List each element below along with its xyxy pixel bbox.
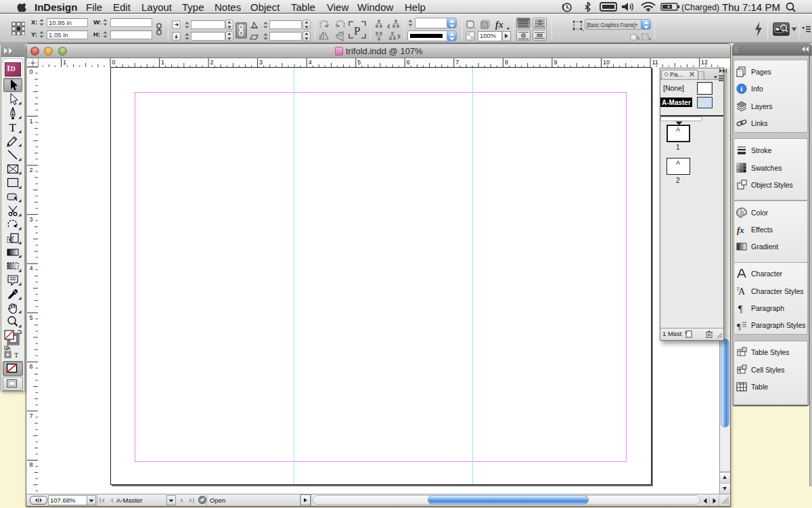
svg-text:5: 5 <box>30 314 33 321</box>
svg-text:0: 0 <box>112 59 116 66</box>
svg-text:6: 6 <box>407 59 410 66</box>
svg-text:5: 5 <box>357 59 361 66</box>
svg-text:2: 2 <box>210 59 214 66</box>
svg-text:2: 2 <box>30 167 33 173</box>
svg-text:3: 3 <box>30 216 33 223</box>
svg-text:7: 7 <box>455 59 459 66</box>
svg-text:8: 8 <box>30 461 33 468</box>
svg-text:fx: fx <box>495 20 503 30</box>
svg-text:1: 1 <box>63 59 66 66</box>
svg-text:10: 10 <box>603 59 610 66</box>
svg-text:T: T <box>14 352 18 359</box>
svg-text:7: 7 <box>30 412 33 419</box>
svg-text:¶: ¶ <box>738 304 743 314</box>
svg-text:6: 6 <box>30 363 33 370</box>
svg-text:¶: ¶ <box>737 321 741 331</box>
svg-text:4: 4 <box>30 265 33 272</box>
svg-text:9: 9 <box>554 59 557 66</box>
svg-text:11: 11 <box>652 59 658 66</box>
svg-text:i: i <box>740 85 742 93</box>
svg-text:4: 4 <box>309 59 312 66</box>
svg-text:0: 0 <box>30 68 33 75</box>
svg-text:8: 8 <box>505 59 508 66</box>
svg-text:12: 12 <box>701 59 708 66</box>
svg-text:1: 1 <box>30 118 33 125</box>
svg-text:fx: fx <box>737 225 744 235</box>
svg-text:P: P <box>354 24 360 37</box>
svg-text:1: 1 <box>161 59 164 66</box>
svg-text:3: 3 <box>259 59 263 66</box>
svg-text:T: T <box>9 121 17 133</box>
